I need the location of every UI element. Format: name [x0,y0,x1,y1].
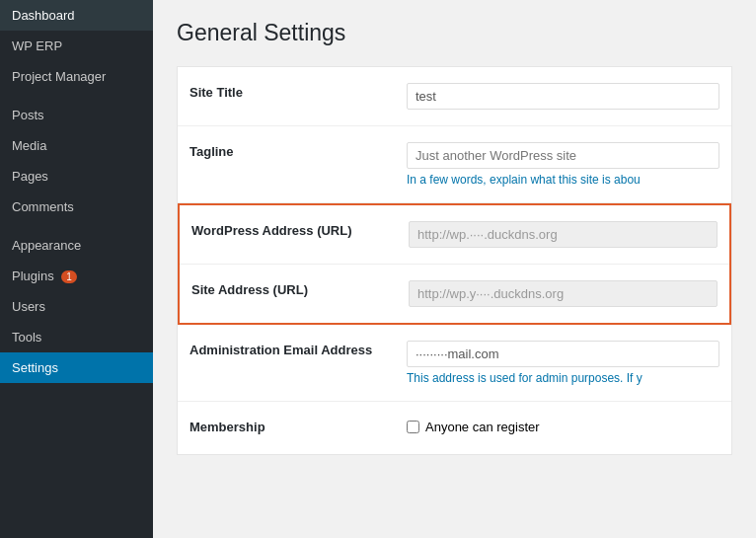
wordpress-address-value [409,221,718,248]
site-title-input[interactable] [407,83,719,110]
sidebar-item-pages[interactable]: Pages [0,161,153,192]
tagline-input[interactable] [407,142,719,169]
site-title-value [407,83,719,110]
membership-value: Anyone can register [407,418,719,434]
admin-email-label: Administration Email Address [189,341,407,361]
sidebar-item-project-manager[interactable]: Project Manager [0,61,153,92]
admin-email-row: Administration Email Address This addres… [178,325,731,402]
main-content: General Settings Site Title Tagline In a… [153,0,756,538]
sidebar-item-plugins[interactable]: Plugins 1 [0,261,153,291]
sidebar-item-posts[interactable]: Posts [0,100,153,130]
admin-email-input[interactable] [407,341,719,367]
membership-checkbox-row: Anyone can register [407,420,719,434]
wordpress-address-input[interactable] [409,221,718,248]
sidebar: Dashboard WP ERP Project Manager Posts M… [0,0,153,538]
membership-label: Membership [189,418,407,438]
tagline-value: In a few words, explain what this site i… [407,142,719,187]
sidebar-item-comments[interactable]: Comments [0,192,153,222]
sidebar-item-users[interactable]: Users [0,291,153,322]
wordpress-address-row: WordPress Address (URL) [180,205,729,265]
tagline-label: Tagline [189,142,407,163]
sidebar-item-tools[interactable]: Tools [0,322,153,352]
sidebar-item-media[interactable]: Media [0,130,153,161]
membership-checkbox-label: Anyone can register [425,420,540,434]
site-title-label: Site Title [189,83,407,104]
sidebar-item-wp-erp[interactable]: WP ERP [0,31,153,61]
site-address-input[interactable] [409,280,718,307]
sidebar-item-settings[interactable]: Settings [0,352,153,383]
site-address-row: Site Address (URL) [180,265,729,323]
sidebar-item-appearance[interactable]: Appearance [0,230,153,261]
admin-email-value: This address is used for admin purposes.… [407,341,719,385]
sidebar-item-dashboard[interactable]: Dashboard [0,0,153,31]
site-address-value [409,280,718,307]
plugins-badge: 1 [61,270,77,283]
wordpress-address-label: WordPress Address (URL) [191,221,409,242]
settings-section: Site Title Tagline In a few words, expla… [177,66,732,455]
membership-checkbox[interactable] [407,421,419,433]
admin-email-hint: This address is used for admin purposes.… [407,371,719,385]
tagline-row: Tagline In a few words, explain what thi… [178,126,731,203]
site-address-label: Site Address (URL) [191,280,409,301]
url-highlighted-section: WordPress Address (URL) Site Address (UR… [178,203,731,325]
page-title: General Settings [177,20,732,46]
site-title-row: Site Title [178,67,731,126]
tagline-hint: In a few words, explain what this site i… [407,173,719,187]
membership-row: Membership Anyone can register [178,402,731,454]
